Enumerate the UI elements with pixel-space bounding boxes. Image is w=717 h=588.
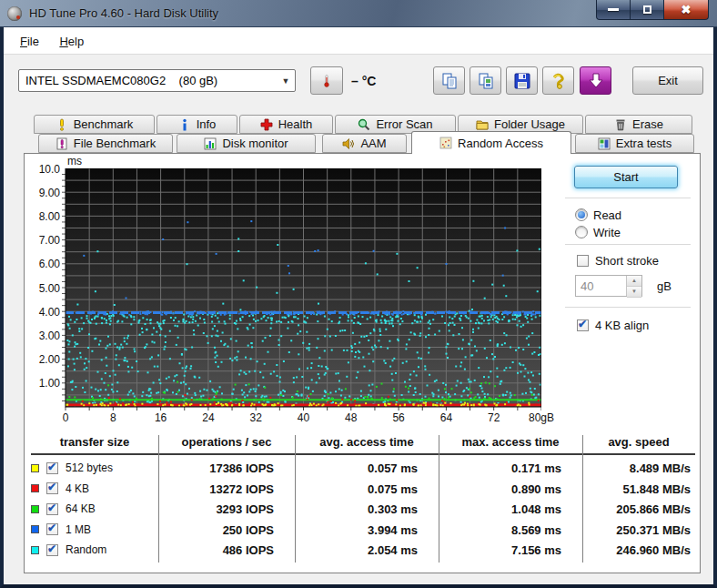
y-axis-tick-label: 8.00: [27, 210, 60, 223]
temperature-button[interactable]: [310, 66, 343, 95]
ops-value: 486 IOPS: [158, 543, 274, 557]
header-rule: [31, 453, 695, 455]
tab-disk-monitor[interactable]: Disk monitor: [177, 134, 316, 153]
short-stroke-unit: gB: [657, 279, 672, 293]
spinner-down-icon[interactable]: ▼: [627, 287, 641, 298]
tab-label: Error Scan: [376, 117, 432, 131]
max-access-value: 8.569 ms: [439, 523, 561, 537]
y-axis-tick-label: 2.00: [27, 353, 60, 366]
menu-help[interactable]: Help: [59, 35, 84, 48]
tab-aam[interactable]: AAM: [322, 134, 407, 153]
maximize-button[interactable]: [631, 0, 663, 20]
avg-speed-value: 250.371 MB/s: [582, 523, 691, 537]
avg-speed-value: 51.848 MB/s: [582, 482, 691, 496]
minimize-button[interactable]: [596, 0, 631, 20]
x-axis-tick-label: 64: [422, 411, 470, 424]
temperature-value: – °C: [351, 74, 376, 88]
tab-label: Benchmark: [74, 117, 134, 131]
short-stroke-checkbox[interactable]: [577, 255, 589, 267]
x-axis-tick-label: 56: [375, 411, 422, 424]
tab-benchmark[interactable]: Benchmark: [34, 115, 155, 134]
avg-speed-value: 246.960 MB/s: [582, 543, 691, 557]
series-checkbox[interactable]: [46, 462, 58, 474]
tab-label: Disk monitor: [222, 137, 288, 150]
copy-text-button[interactable]: [433, 66, 465, 95]
series-checkbox[interactable]: [46, 523, 58, 535]
toolbar: INTEL SSDMAEMC080G2 (80 gB) ▼ – °C: [4, 56, 713, 108]
file-benchmark-icon: [56, 137, 68, 150]
max-access-value: 0.171 ms: [439, 461, 561, 475]
avg-access-value: 3.994 ms: [295, 523, 418, 537]
spinner-up-icon[interactable]: ▲: [627, 276, 641, 287]
tab-health[interactable]: Health: [239, 115, 333, 134]
drive-select[interactable]: INTEL SSDMAEMC080G2 (80 gB) ▼: [18, 69, 296, 92]
series-color-swatch: [31, 546, 39, 554]
align-label: 4 KB align: [595, 319, 649, 332]
save-screenshot-button[interactable]: [580, 66, 611, 95]
minimize-icon: [608, 8, 619, 11]
x-axis-tick-label: 24: [185, 411, 232, 424]
chevron-down-icon: ▼: [277, 76, 295, 86]
max-access-value: 1.048 ms: [439, 502, 561, 516]
copy-image-button[interactable]: [470, 66, 501, 95]
avg-speed-value: 8.489 MB/s: [582, 461, 691, 475]
info-icon: [178, 118, 191, 131]
read-label: Read: [593, 208, 621, 222]
tab-file-benchmark[interactable]: File Benchmark: [38, 134, 173, 153]
random-access-chart: [61, 168, 541, 411]
tab-random-access[interactable]: Random Access: [411, 131, 571, 154]
avg-speed-value: 205.866 MB/s: [582, 502, 691, 516]
exit-button[interactable]: Exit: [632, 66, 703, 95]
menu-bar: File Help: [4, 27, 713, 55]
tab-extra-tests[interactable]: Extra tests: [575, 134, 694, 153]
trash-icon: [614, 118, 627, 131]
read-radio[interactable]: [575, 208, 588, 221]
disk-monitor-icon: [204, 137, 217, 150]
app-window: HD Tune Pro 4.60 - Hard Disk Utility ✖ F…: [0, 0, 717, 588]
tab-info[interactable]: Info: [157, 115, 237, 134]
tab-erase[interactable]: Erase: [585, 115, 692, 134]
max-access-value: 7.156 ms: [439, 543, 561, 557]
tab-label: Random Access: [458, 137, 543, 150]
tools-button[interactable]: [542, 66, 574, 95]
tab-label: Folder Usage: [494, 117, 565, 131]
series-label: 64 KB: [66, 502, 96, 515]
series-checkbox[interactable]: [46, 482, 58, 494]
x-axis-tick-label: 40: [280, 411, 328, 424]
align-checkbox[interactable]: [577, 319, 589, 331]
x-axis-tick-label: 0: [42, 411, 89, 424]
short-stroke-size-input[interactable]: 40 ▲ ▼: [575, 275, 642, 297]
x-axis-tick-label: 48: [328, 411, 375, 424]
random-access-icon: [439, 137, 452, 149]
close-icon: ✖: [682, 3, 692, 16]
close-button[interactable]: ✖: [663, 0, 709, 20]
short-stroke-size-value: 40: [576, 276, 626, 296]
window-title: HD Tune Pro 4.60 - Hard Disk Utility: [29, 6, 218, 20]
tab-label: Erase: [632, 117, 663, 131]
table-row: 1 MB250 IOPS3.994 ms8.569 ms250.371 MB/s: [31, 522, 695, 540]
ops-value: 250 IOPS: [158, 523, 274, 537]
avg-access-value: 0.075 ms: [295, 482, 418, 496]
save-button[interactable]: [506, 66, 538, 95]
write-radio[interactable]: [575, 226, 588, 238]
title-bar[interactable]: HD Tune Pro 4.60 - Hard Disk Utility ✖: [0, 0, 717, 27]
error-scan-icon: [358, 118, 370, 131]
tab-label: Extra tests: [616, 137, 672, 150]
series-checkbox[interactable]: [46, 503, 58, 515]
table-row: 512 bytes17386 IOPS0.057 ms0.171 ms8.489…: [31, 460, 695, 478]
y-axis-tick-label: 3.00: [27, 329, 60, 342]
col-max-access: max. access time: [439, 435, 582, 451]
folder-icon: [476, 118, 489, 131]
series-color-swatch: [31, 505, 39, 513]
series-checkbox[interactable]: [46, 544, 58, 556]
separator: [565, 244, 691, 245]
floppy-save-icon: [513, 72, 531, 90]
start-button[interactable]: Start: [574, 166, 678, 188]
tools-icon: [550, 72, 568, 90]
extra-tests-icon: [598, 137, 611, 150]
results-table: transfer size operations / sec avg. acce…: [31, 435, 695, 564]
table-row: Random486 IOPS2.054 ms7.156 ms246.960 MB…: [31, 542, 695, 560]
menu-file[interactable]: File: [20, 35, 39, 48]
thermometer-icon: [320, 75, 333, 87]
col-avg-speed: avg. speed: [582, 435, 695, 451]
